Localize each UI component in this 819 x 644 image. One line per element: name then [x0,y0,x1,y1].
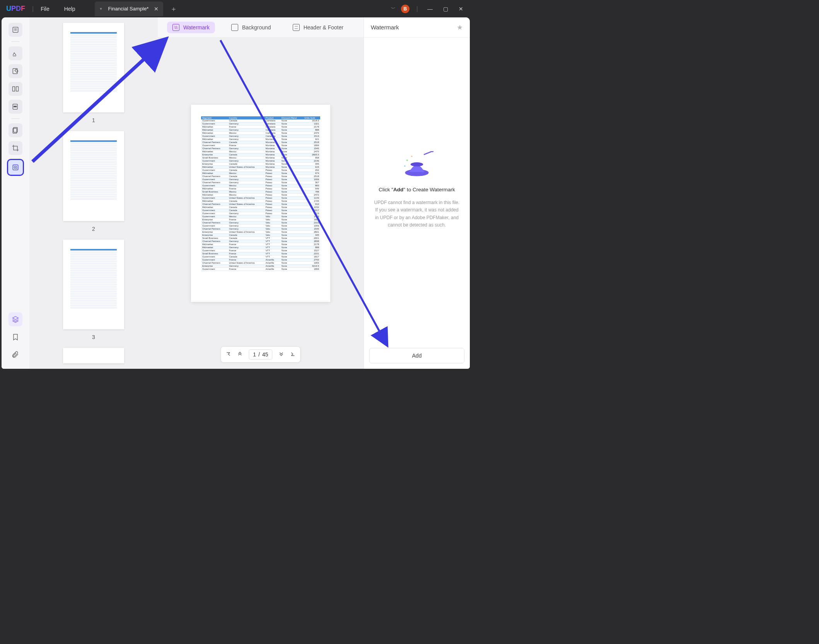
tab-title: Financial Sample* [108,6,148,12]
watermark-tool[interactable] [7,159,24,176]
favorite-icon[interactable]: ★ [457,23,463,32]
svg-rect-5 [16,87,19,91]
page-thumbnail-3[interactable] [63,240,124,329]
background-icon [231,24,238,31]
panel-header: Watermark ★ [364,17,470,37]
empty-state-subtext: UPDF cannot find a watermark in this fil… [373,199,461,229]
watermark-panel: Watermark ★ ✦✦✦ Click "Add" to Create Wa… [363,17,470,369]
new-tab-button[interactable]: ＋ [170,4,177,14]
page-input[interactable]: 1 / 45 [249,349,272,359]
total-pages: 45 [262,351,268,358]
tab-label: Header & Footer [304,24,344,31]
titlebar: UPDF | File Help ▼ Financial Sample* ✕ ＋… [0,0,471,17]
crop-tool[interactable] [9,141,22,155]
svg-rect-0 [13,27,18,32]
center-area: Watermark Background Header & Footer Seg… [158,17,363,369]
thumbnail-panel[interactable]: 1 2 3 [29,17,158,369]
app-body: 1 2 3 Watermark Background Header & Foot… [2,17,470,369]
minimize-icon[interactable]: — [425,6,435,12]
svg-rect-7 [14,106,17,107]
document-page: SegmentCountryProductDiscount BandUnits … [191,105,330,302]
redact-tool[interactable] [9,100,22,114]
empty-state-message: Click "Add" to Create Watermark [379,186,455,194]
next-page-icon[interactable] [279,351,284,358]
page-tool[interactable] [9,123,22,137]
comment-tool[interactable] [9,46,22,60]
attachment-tool[interactable] [9,348,22,362]
close-window-icon[interactable]: ✕ [456,6,466,12]
separator [11,41,20,42]
titlebar-right: ﹀ B | — ▢ ✕ [391,5,471,13]
svg-point-14 [411,162,423,167]
last-page-icon[interactable] [290,351,296,358]
magic-hat-illustration: ✦✦✦ [399,151,434,178]
tab-label: Watermark [183,24,210,31]
thumb-page-number: 2 [92,226,95,232]
app-logo: UPDF [6,5,25,13]
thumb-page-number: 3 [92,334,95,340]
panel-body: ✦✦✦ Click "Add" to Create Watermark UPDF… [364,37,470,342]
svg-text:✦: ✦ [404,164,406,168]
svg-point-16 [432,151,433,152]
svg-line-15 [424,151,433,155]
edit-tool[interactable] [9,64,22,78]
left-toolbar [2,17,29,369]
svg-text:✦: ✦ [406,158,409,162]
document-viewport[interactable]: SegmentCountryProductDiscount BandUnits … [158,37,363,369]
user-avatar[interactable]: B [401,5,410,13]
sidebar-bottom [9,312,22,369]
watermark-icon [172,24,179,31]
page-thumbnail-4[interactable] [63,348,124,363]
page-thumbnail-1[interactable] [63,23,124,112]
page-sep: / [258,351,260,358]
svg-rect-4 [13,87,15,91]
page-tools-tabs: Watermark Background Header & Footer [158,17,363,37]
tab-label: Background [242,24,271,31]
separator: | [32,5,34,12]
header-footer-icon [293,24,300,31]
organize-tool[interactable] [9,82,22,96]
prev-page-icon[interactable] [237,351,242,358]
first-page-icon[interactable] [225,351,231,358]
tab-dropdown-icon[interactable]: ▼ [99,7,103,11]
menu-help[interactable]: Help [64,6,75,12]
maximize-icon[interactable]: ▢ [440,6,450,12]
reader-tool[interactable] [9,23,22,37]
document-tab[interactable]: ▼ Financial Sample* ✕ [95,2,164,16]
panel-title: Watermark [371,24,399,31]
current-page: 1 [253,351,256,358]
tab-background[interactable]: Background [226,22,276,33]
add-watermark-button[interactable]: Add [369,348,464,363]
menu-file[interactable]: File [41,6,49,12]
close-tab-icon[interactable]: ✕ [154,6,159,12]
svg-text:✦: ✦ [411,155,413,158]
account-dropdown-icon[interactable]: ﹀ [391,5,396,12]
thumb-page-number: 1 [92,117,95,123]
separator [11,118,20,119]
tab-watermark[interactable]: Watermark [167,22,215,33]
bookmark-tool[interactable] [9,330,22,344]
tab-header-footer[interactable]: Header & Footer [287,22,349,33]
layers-tool[interactable] [9,312,22,326]
separator: | [416,5,418,12]
financial-table: SegmentCountryProductDiscount BandUnits … [201,116,320,271]
page-navigator: 1 / 45 [220,346,300,363]
page-thumbnail-2[interactable] [63,131,124,221]
